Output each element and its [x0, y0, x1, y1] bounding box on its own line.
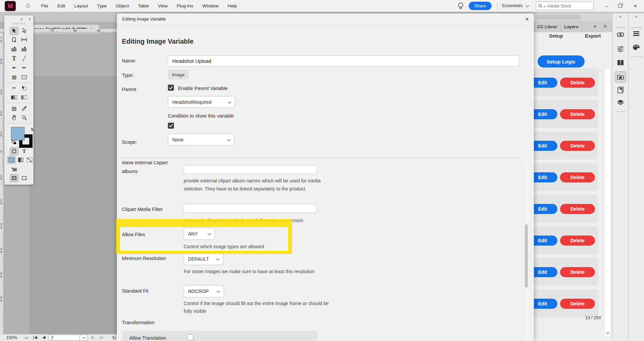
gap-tool[interactable]: [20, 36, 29, 44]
frame-tool[interactable]: ⊠: [10, 73, 18, 81]
edit-button[interactable]: Edit: [534, 299, 557, 309]
delete-button[interactable]: Delete: [560, 267, 595, 277]
lightbulb-icon[interactable]: [457, 2, 464, 10]
adobe-stock-search[interactable]: [536, 2, 594, 10]
apply-none-button[interactable]: [25, 156, 34, 164]
delete-button[interactable]: Delete: [560, 141, 595, 151]
window-close-button[interactable]: ×: [629, 0, 642, 12]
menu-item[interactable]: Layout: [74, 3, 88, 8]
stock-search-input[interactable]: [547, 4, 584, 8]
eyedropper-tool[interactable]: [20, 104, 29, 112]
menu-item[interactable]: Help: [228, 3, 237, 8]
name-input[interactable]: Headshot Upload: [168, 55, 519, 67]
plugin-subtab[interactable]: Setup: [549, 33, 563, 39]
page-dropdown[interactable]: [80, 335, 87, 341]
share-button[interactable]: Share: [469, 2, 492, 10]
menu-item[interactable]: Table: [138, 3, 149, 8]
swap-fill-stroke-icon[interactable]: ⇄: [30, 128, 35, 131]
panel-tab[interactable]: Layers: [561, 21, 582, 32]
formatting-affects-container-icon[interactable]: [10, 147, 18, 155]
default-fill-stroke-icon[interactable]: [12, 140, 16, 144]
normal-view-mode-button[interactable]: [10, 174, 18, 182]
dialog-scrollbar[interactable]: [524, 164, 528, 341]
delete-button[interactable]: Delete: [560, 172, 595, 182]
menu-item[interactable]: Plug-Ins: [177, 3, 193, 8]
clipart-albums-input[interactable]: [184, 165, 317, 174]
links-panel-icon[interactable]: [612, 32, 628, 37]
delete-button[interactable]: Delete: [560, 204, 595, 214]
fill-color-swatch[interactable]: [11, 127, 25, 140]
panel-scrollbar[interactable]: [604, 68, 611, 337]
direct-selection-tool[interactable]: [20, 27, 29, 35]
page-number-input[interactable]: 2: [49, 335, 80, 341]
edit-button[interactable]: Edit: [534, 172, 557, 182]
workspace-switcher[interactable]: Essentials: [502, 3, 523, 8]
bookmarks-panel-icon[interactable]: [612, 87, 628, 93]
window-minimize-button[interactable]: –: [600, 0, 614, 12]
scrollbar-thumb[interactable]: [525, 224, 528, 288]
delete-button[interactable]: Delete: [560, 109, 595, 119]
selection-tool[interactable]: [10, 27, 18, 35]
delete-button[interactable]: Delete: [560, 78, 595, 88]
parent-variable-dropdown[interactable]: HeadshotRequired: [168, 96, 235, 108]
delete-button[interactable]: Delete: [560, 236, 595, 246]
setup-logic-button[interactable]: Setup Logic: [538, 55, 585, 68]
menu-item[interactable]: Window: [202, 3, 219, 8]
preflight-refresh-icon[interactable]: ↻: [112, 335, 116, 340]
plugin-subtab[interactable]: Export: [585, 33, 601, 39]
edit-button[interactable]: Edit: [534, 109, 557, 119]
next-page-button[interactable]: ▶: [91, 335, 94, 340]
zoom-chevron-icon[interactable]: [25, 336, 28, 339]
free-transform-tool[interactable]: [20, 84, 29, 92]
content-placer-tool[interactable]: [20, 45, 29, 53]
standard-fit-dropdown[interactable]: NOCROP: [184, 285, 224, 297]
zoom-tool[interactable]: [20, 114, 29, 122]
menu-item[interactable]: Type: [97, 3, 107, 8]
pencil-tool[interactable]: ✏: [20, 64, 29, 72]
collapse-panels-icon[interactable]: «: [629, 14, 644, 19]
scroll-down-icon[interactable]: [606, 331, 609, 334]
panel-close-icon[interactable]: ×: [29, 17, 31, 22]
first-page-button[interactable]: |◀: [33, 335, 37, 340]
cc-libraries-panel-icon[interactable]: [612, 71, 628, 83]
edit-button[interactable]: Edit: [534, 236, 557, 246]
menu-item[interactable]: Object: [116, 3, 129, 8]
edit-button[interactable]: Edit: [534, 267, 557, 277]
panel-collapse-icon[interactable]: «: [20, 17, 23, 22]
edit-button[interactable]: Edit: [534, 204, 557, 214]
layers-panel-icon[interactable]: [612, 99, 628, 105]
last-page-button[interactable]: ▶|: [100, 335, 104, 340]
panel-tab[interactable]: CC Librar: [534, 21, 561, 32]
apply-color-button[interactable]: [7, 156, 16, 164]
delete-button[interactable]: Delete: [560, 299, 595, 309]
preview-mode-button[interactable]: [20, 174, 29, 182]
edit-button[interactable]: Edit: [534, 78, 557, 88]
scope-dropdown[interactable]: None: [168, 134, 234, 145]
panel-overflow-icon[interactable]: »: [594, 24, 596, 29]
panel-menu-icon[interactable]: ≡: [604, 24, 606, 29]
dialog-close-button[interactable]: ×: [525, 15, 529, 23]
collapse-panels-icon[interactable]: «: [612, 14, 628, 19]
min-resolution-dropdown[interactable]: DEFAULT: [184, 253, 223, 265]
line-tool[interactable]: ╱: [20, 54, 29, 62]
scissors-tool[interactable]: ✂: [10, 84, 18, 92]
swatches-list-icon[interactable]: [629, 31, 644, 36]
home-icon[interactable]: ⌂: [26, 1, 30, 9]
zoom-level[interactable]: 150%: [6, 335, 17, 340]
apply-gradient-button[interactable]: [16, 156, 25, 164]
allow-files-dropdown[interactable]: ANY: [184, 228, 215, 240]
color-panel-icon[interactable]: [629, 44, 644, 50]
rectangle-tool[interactable]: [20, 73, 29, 81]
gradient-swatch-tool[interactable]: [10, 93, 18, 101]
clipart-filter-input[interactable]: [184, 204, 317, 213]
menu-item[interactable]: File: [41, 3, 48, 8]
panel-grip[interactable]: [12, 23, 26, 25]
pen-tool[interactable]: ✒: [10, 64, 18, 72]
stroke-panel-icon[interactable]: [612, 46, 628, 52]
previous-page-button[interactable]: ◀: [42, 335, 45, 340]
hand-tool[interactable]: [10, 114, 18, 122]
note-tool[interactable]: ▤: [10, 104, 18, 112]
menu-item[interactable]: Edit: [57, 3, 65, 8]
edit-button[interactable]: Edit: [534, 141, 557, 151]
gradient-feather-tool[interactable]: [20, 93, 29, 101]
